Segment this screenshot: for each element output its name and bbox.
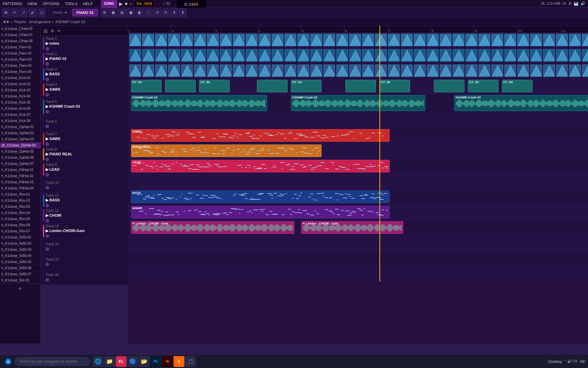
track-row[interactable]: KSHMR Crash 03KSHMR Crash 03KSHMR Crash … — [128, 94, 588, 113]
arrangement-clip[interactable] — [375, 64, 387, 77]
track-row[interactable]: BASS — [128, 189, 588, 205]
arrangement-clip[interactable] — [517, 49, 529, 62]
play-icon[interactable]: ▶ — [119, 1, 123, 6]
instrument-item[interactable]: h_K1close_ClHat-07 — [0, 32, 40, 38]
piano-tool-7[interactable]: ↺ — [153, 9, 161, 17]
instrument-item[interactable]: h_K1close_Kick-04 — [0, 93, 40, 99]
instrument-item[interactable]: h_K1close_Rim-03 — [0, 204, 40, 210]
arrangement-clip[interactable] — [257, 80, 288, 92]
arrangement-clip[interactable] — [388, 64, 400, 77]
track-row[interactable]: PIANO REAL — [128, 143, 588, 159]
instrument-item[interactable]: h_K1close_SdSt-03 — [0, 247, 40, 253]
instrument-item[interactable]: h_K1close_Kick-06 — [0, 106, 40, 112]
instrument-item[interactable]: h_K1close_Rim-05 — [0, 216, 40, 222]
channel-item[interactable]: Track 7 ▶ SAWS — [41, 132, 128, 147]
pencil-icon[interactable]: ✏ — [57, 29, 61, 33]
arrangement-clip[interactable] — [530, 64, 542, 77]
arrangement-clip[interactable] — [491, 34, 503, 46]
track-row[interactable] — [128, 33, 588, 48]
arrangement-clip[interactable] — [129, 49, 141, 62]
instrument-item[interactable]: h_K1close_PdHat-03 — [0, 179, 40, 185]
arrangement-clip[interactable] — [233, 34, 245, 46]
arrangement-clip[interactable] — [569, 49, 581, 62]
taskbar-ps-icon[interactable]: Ps — [150, 356, 161, 367]
instrument-item[interactable]: h_K1close_Kick-03 — [0, 87, 40, 93]
piano-tool-1[interactable]: ⊞ — [101, 9, 108, 17]
instrument-item[interactable]: h_K1close_SdSt-04 — [0, 253, 40, 259]
arrangement-clip[interactable] — [345, 80, 376, 92]
channel-item[interactable]: Track 9 ▶ LEAD — [41, 162, 128, 178]
arrangement-clip[interactable] — [155, 49, 167, 62]
arrangement-clip[interactable] — [453, 64, 464, 77]
instrument-item[interactable]: h_K1close_Kick-08 — [0, 118, 40, 124]
instrument-item[interactable]: h_K1close_OpHat-03 — [0, 136, 40, 142]
arrangement-clip[interactable] — [336, 34, 348, 46]
track-row[interactable] — [128, 63, 588, 79]
arrangement-clip[interactable] — [233, 49, 245, 62]
arrangement-clip[interactable] — [434, 80, 464, 92]
arrangement-clip[interactable] — [349, 34, 361, 46]
arrangement-clip[interactable]: KSHMR Crash 03 — [131, 95, 267, 111]
arrangement-clip[interactable] — [297, 49, 309, 62]
arrangement-clip[interactable]: CY_04 — [199, 80, 230, 92]
channel-item[interactable]: Track 1 ▶ notes — [41, 36, 128, 51]
piano-tool-3[interactable]: ▤ — [118, 9, 126, 17]
arrangement-clip[interactable]: ✂ Limiter - CHOIR - Gain — [301, 221, 403, 234]
arrangement-clip[interactable] — [220, 64, 232, 77]
arrangement-clip[interactable] — [414, 34, 426, 46]
instrument-item[interactable]: dh_K1close_OpHat-04 — [0, 142, 40, 149]
instrument-item[interactable]: h_K1close_Rim-07 — [0, 228, 40, 234]
arrangement-clip[interactable] — [582, 49, 588, 62]
instrument-item[interactable]: h_K1close_SdSt-06 — [0, 265, 40, 271]
piano-tool-10[interactable]: ⬇ — [179, 9, 186, 17]
instrument-item[interactable]: h_K1close_Rim-04 — [0, 210, 40, 216]
arrangement-clip[interactable] — [491, 64, 503, 77]
arrangement-clip[interactable] — [375, 49, 387, 62]
arrangement-clip[interactable] — [569, 34, 581, 46]
arrangement-clip[interactable] — [478, 34, 490, 46]
instrument-item[interactable]: h_K1close_SdSt-05 — [0, 259, 40, 265]
piano-tool-4[interactable]: ▣ — [127, 9, 135, 17]
arrangement-clip[interactable] — [504, 34, 516, 46]
channel-item[interactable]: Track 12 ▶ CHOIR — [41, 208, 128, 224]
select-tool-btn[interactable]: ↗ — [20, 9, 27, 17]
arrangement-clip[interactable]: ✂ Limiter - CHOIR - Gain — [131, 221, 294, 234]
arrangement-clip[interactable] — [181, 64, 193, 77]
arrangement-clip[interactable] — [181, 34, 193, 46]
track-row[interactable]: LEAD — [128, 159, 588, 174]
instrument-item[interactable]: h_K1close_Kick-07 — [0, 112, 40, 118]
instrument-item[interactable]: h_K1close_Kick-02 — [0, 81, 40, 87]
track-row[interactable]: ✂ Limiter - CHOIR - Gain✂ Limiter - CHOI… — [128, 220, 588, 235]
arrangement-clip[interactable] — [233, 64, 245, 77]
arrangement-clip[interactable] — [297, 34, 309, 46]
arrangement-clip[interactable] — [220, 34, 232, 46]
arrangement-clip[interactable] — [530, 34, 542, 46]
arrangement-clip[interactable]: PIANO REAL — [131, 144, 322, 157]
arrangement-clip[interactable] — [401, 49, 413, 62]
midi-icon[interactable]: 🎹 — [574, 1, 578, 6]
arrangement-clip[interactable] — [272, 34, 283, 46]
arrangement-clip[interactable] — [310, 34, 322, 46]
track-row[interactable] — [128, 48, 588, 63]
arrangement-clip[interactable] — [155, 34, 167, 46]
arrangement-clip[interactable] — [362, 34, 374, 46]
snap-arrow[interactable]: ▼ — [64, 11, 68, 15]
arrangement-clip[interactable] — [310, 49, 322, 62]
settings-icon[interactable]: ⚙ — [568, 1, 572, 6]
arrangement-clip[interactable] — [543, 64, 555, 77]
add-track-icon[interactable]: ✛ — [50, 28, 54, 34]
channel-item[interactable]: Track 4 ▶ SAWS — [41, 82, 128, 97]
arrangement-clip[interactable] — [259, 64, 271, 77]
grid-view-btn[interactable]: ⊞ — [2, 9, 10, 17]
add-instrument-button[interactable]: + — [0, 283, 40, 294]
arrangement-clip[interactable] — [453, 49, 464, 62]
instrument-item[interactable]: h_K1close_Flam-04 — [0, 63, 40, 69]
track-row[interactable] — [128, 251, 588, 266]
arrangement-clip[interactable] — [388, 49, 400, 62]
arrangement-clip[interactable] — [272, 49, 283, 62]
breadcrumb-item[interactable]: KSHMR Crash 03 — [55, 20, 85, 24]
arrangement-clip[interactable] — [466, 64, 477, 77]
arrangement-clip[interactable] — [543, 34, 555, 46]
menu-options[interactable]: OPTIONS — [43, 2, 60, 6]
arrangement-clip[interactable] — [168, 64, 180, 77]
